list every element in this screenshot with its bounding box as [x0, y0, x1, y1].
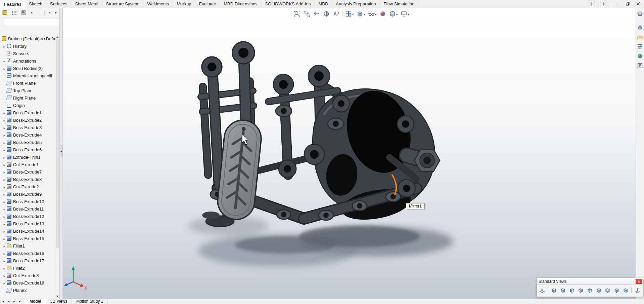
standard-views-titlebar[interactable]: Standard Views: [537, 278, 643, 285]
tree-scrollbar[interactable]: [55, 35, 59, 299]
menu-tab[interactable]: SOLIDWORKS Add-Ins: [262, 0, 315, 8]
appearances-scenes-icon[interactable]: [636, 52, 644, 60]
tree-root-item[interactable]: Brakes (Default) <<Defau: [0, 35, 55, 42]
menu-tab[interactable]: Weldments: [143, 0, 173, 8]
panel-splitter[interactable]: [60, 8, 63, 299]
scroll-up-icon[interactable]: [56, 36, 59, 38]
expand-arrow-icon[interactable]: [2, 132, 7, 138]
tree-filter-input[interactable]: [4, 19, 59, 25]
trimetric-view-icon[interactable]: [613, 286, 621, 295]
zoom-to-area-icon[interactable]: [303, 9, 311, 18]
tree-item[interactable]: Solid Bodies(2): [0, 65, 55, 72]
hide-show-items-icon[interactable]: [367, 9, 377, 18]
back-view-icon[interactable]: [559, 286, 567, 295]
view-selector-icon[interactable]: [538, 286, 546, 295]
expand-arrow-icon[interactable]: [2, 110, 7, 115]
scroll-tabs-left-icon[interactable]: [47, 11, 51, 14]
expand-arrow-icon[interactable]: [2, 155, 7, 160]
toggle-left-pane-icon[interactable]: [587, 0, 597, 8]
expand-arrow-icon[interactable]: [2, 273, 7, 278]
tree-item[interactable]: Extrude-Thin1: [0, 153, 55, 161]
tree-item[interactable]: Boss-Extrude8: [0, 176, 55, 183]
tree-item[interactable]: Annotations: [0, 57, 55, 65]
expand-arrow-icon[interactable]: [2, 125, 7, 130]
menu-tab[interactable]: Markup: [173, 0, 195, 8]
expand-arrow-icon[interactable]: [2, 177, 7, 182]
view-palette-icon[interactable]: [636, 43, 644, 50]
view-orientation-icon[interactable]: [344, 9, 355, 18]
tree-item[interactable]: Boss-Extrude14: [0, 227, 55, 235]
tree-item[interactable]: Origin: [0, 102, 55, 109]
tree-item[interactable]: Boss-Extrude1: [0, 109, 55, 116]
expand-arrow-icon[interactable]: [2, 280, 7, 286]
expand-arrow-icon[interactable]: [2, 243, 7, 249]
tree-item[interactable]: Boss-Extrude18: [0, 279, 55, 287]
expand-arrow-icon[interactable]: [2, 184, 7, 189]
minimize-icon[interactable]: [612, 0, 622, 8]
tree-item[interactable]: Boss-Extrude9: [0, 190, 55, 198]
expand-arrow-icon[interactable]: [2, 221, 7, 226]
expand-arrow-icon[interactable]: [2, 66, 7, 71]
document-tab[interactable]: 3D Views: [46, 299, 72, 304]
expand-arrow-icon[interactable]: [2, 206, 7, 212]
isometric-view-icon[interactable]: [604, 286, 612, 295]
apply-scene-icon[interactable]: [388, 9, 399, 18]
standard-views-toolbar[interactable]: Standard Views: [536, 278, 643, 297]
custom-properties-icon[interactable]: [636, 62, 644, 69]
expand-arrow-icon[interactable]: [2, 199, 7, 204]
document-tab[interactable]: Motion Study 1: [72, 299, 108, 304]
view-settings-icon[interactable]: [400, 9, 410, 18]
tree-item[interactable]: Boss-Extrude13: [0, 220, 55, 227]
dimetric-view-icon[interactable]: [622, 286, 630, 295]
toggle-right-pane-icon[interactable]: [598, 0, 608, 8]
bottom-view-icon[interactable]: [595, 286, 603, 295]
menu-tab[interactable]: Structure System: [102, 0, 144, 8]
menu-tab[interactable]: Evaluate: [195, 0, 220, 8]
menu-tab[interactable]: Flow Simulation: [380, 0, 419, 8]
tree-item[interactable]: Cut-Extrude2: [0, 183, 55, 190]
menu-tab[interactable]: Analysis Preparation: [332, 0, 380, 8]
tree-item[interactable]: Front Plane: [0, 79, 55, 87]
expand-arrow-icon[interactable]: [2, 192, 7, 197]
menu-tab[interactable]: Features: [0, 0, 25, 8]
tree-item[interactable]: Boss-Extrude3: [0, 124, 55, 131]
menu-tab[interactable]: Sheet Metal: [71, 0, 102, 8]
tree-item[interactable]: Sensors: [0, 50, 55, 57]
close-icon[interactable]: [633, 0, 643, 8]
expand-arrow-icon[interactable]: [2, 59, 7, 64]
tree-item[interactable]: Boss-Extrude11: [0, 205, 55, 213]
design-library-icon[interactable]: [636, 24, 644, 32]
tree-item[interactable]: Plane2: [0, 287, 55, 294]
next-tab-icon[interactable]: [11, 299, 17, 304]
menu-tab[interactable]: MBD Dimensions: [220, 0, 261, 8]
tree-item[interactable]: Fillet1: [0, 242, 55, 250]
expand-arrow-icon[interactable]: [2, 140, 7, 145]
right-view-icon[interactable]: [577, 286, 585, 295]
expand-arrow-icon[interactable]: [2, 214, 7, 219]
front-view-icon[interactable]: [550, 286, 558, 295]
tree-item[interactable]: Boss-Extrude12: [0, 213, 55, 220]
scrollbar-thumb[interactable]: [56, 39, 59, 248]
tree-item[interactable]: Boss-Extrude7: [0, 168, 55, 176]
featuremanager-tree-tab-icon[interactable]: [1, 9, 8, 16]
menu-tab[interactable]: Sketch: [25, 0, 46, 8]
model-3d-view[interactable]: X Z: [63, 8, 636, 299]
zoom-to-fit-icon[interactable]: [293, 9, 302, 18]
top-view-icon[interactable]: [586, 286, 594, 295]
graphics-viewport[interactable]: X Z: [63, 8, 636, 299]
restore-icon[interactable]: [623, 0, 633, 8]
tree-item[interactable]: Boss-Extrude15: [0, 235, 55, 242]
tree-item[interactable]: Right Plane: [0, 94, 55, 102]
configuration-manager-tab-icon[interactable]: [20, 9, 27, 16]
last-tab-icon[interactable]: [17, 299, 23, 304]
tree-item[interactable]: Boss-Extrude16: [0, 250, 55, 257]
expand-arrow-icon[interactable]: [2, 118, 7, 123]
document-tab[interactable]: Model: [25, 299, 46, 304]
expand-arrow-icon[interactable]: [2, 236, 7, 241]
collapse-panel-icon[interactable]: [30, 12, 33, 13]
expand-arrow-icon[interactable]: [2, 44, 7, 49]
tree-item[interactable]: History: [0, 42, 55, 50]
close-icon[interactable]: [636, 279, 642, 284]
normal-to-icon[interactable]: [633, 286, 641, 295]
scroll-tabs-right-icon[interactable]: [54, 11, 58, 14]
